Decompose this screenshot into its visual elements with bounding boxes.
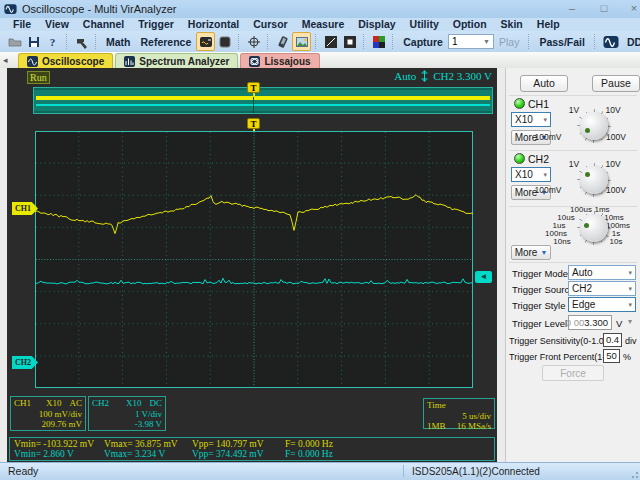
menu-trigger[interactable]: Trigger	[131, 18, 181, 31]
trigger-level-marker[interactable]: ◄	[475, 271, 492, 283]
trigger-style-select[interactable]: Edge▾	[568, 297, 636, 312]
timebase-knob[interactable]	[577, 211, 611, 245]
menu-horizontal[interactable]: Horizontal	[181, 18, 246, 31]
menu-display[interactable]: Display	[351, 18, 402, 31]
auto-button[interactable]: Auto	[520, 75, 568, 92]
overview-ch2-trace	[36, 104, 490, 106]
trigger-sensitivity-label: Trigger Sensitivity(0-1.0)	[509, 336, 607, 346]
close-button[interactable]: ×	[620, 0, 640, 17]
ch2-measurements-row: Vmin= 2.860 V Vmax= 3.234 V Vpp= 374.492…	[10, 449, 494, 460]
resize-grip[interactable]	[630, 470, 638, 478]
dds-wave-icon	[603, 35, 619, 49]
menu-channel[interactable]: Channel	[76, 18, 131, 31]
waveform-overview-strip[interactable]	[33, 87, 493, 114]
divider	[509, 262, 637, 263]
ch1-gain-knob[interactable]	[577, 109, 611, 143]
toolbar-separator	[528, 34, 530, 49]
trigger-source-select[interactable]: CH2▾	[568, 281, 636, 296]
trigger-mode-select[interactable]: Auto▾	[568, 265, 636, 280]
dds-button[interactable]	[600, 32, 622, 51]
tool-button[interactable]	[72, 32, 91, 51]
ch1-offset: 209.76 mV	[14, 419, 82, 430]
statusbar: Ready ISDS205A(1.1)(2)Connected	[0, 462, 640, 480]
crosshair-button[interactable]	[244, 32, 263, 51]
math-button[interactable]: Math	[101, 36, 136, 48]
lissajous-tab-icon	[249, 56, 260, 67]
tab-lissajous[interactable]: Lissajous	[240, 53, 319, 68]
reference-button[interactable]: Reference	[136, 36, 197, 48]
ch2-probe-value: X10	[515, 169, 533, 180]
capture-count-select[interactable]: 1▼	[448, 34, 494, 49]
ch1-probe-value: X10	[515, 114, 533, 125]
tab-oscilloscope[interactable]: Oscilloscope	[18, 53, 113, 68]
menu-file[interactable]: File	[6, 18, 38, 31]
ch2-knob-label-10v: 10V	[605, 159, 620, 169]
open-button[interactable]	[5, 32, 24, 51]
math-panel-button[interactable]	[196, 32, 215, 51]
timebase-more-button[interactable]: More▼	[511, 245, 551, 260]
display-panel-icon	[218, 35, 232, 49]
save-button[interactable]	[24, 32, 43, 51]
crosshair-icon	[247, 35, 261, 49]
oscilloscope-tab-icon	[27, 56, 38, 67]
ch1-probe-select[interactable]: X10▾	[511, 112, 551, 127]
chevron-down-icon[interactable]: ▾	[628, 317, 632, 326]
knob-indicator	[585, 128, 590, 133]
toolbar-separator	[315, 34, 317, 49]
display-panel-button[interactable]	[215, 32, 234, 51]
toolbar-separator	[95, 34, 97, 49]
trigger-time-marker-overview[interactable]: T	[247, 82, 260, 93]
time-info-box: Time 5 us/div 1MB16 MSa/s	[423, 398, 495, 429]
ch1-label: CH1	[528, 98, 549, 110]
color-grid-button[interactable]	[369, 32, 388, 51]
ch2-label: CH2	[528, 153, 549, 165]
pause-button[interactable]: Pause	[592, 75, 640, 92]
menu-option[interactable]: Option	[446, 18, 494, 31]
menu-help[interactable]: Help	[530, 18, 567, 31]
scroll-strip[interactable]	[497, 68, 505, 463]
trigger-level-label: Trigger Level	[512, 318, 567, 329]
menu-utility[interactable]: Utility	[403, 18, 446, 31]
color-grid-icon	[372, 35, 386, 49]
trigger-front-input[interactable]: 50	[603, 349, 620, 363]
trigger-mode-label: Trigger Mode	[512, 268, 568, 279]
titlebar: Oscilloscope - Multi VirAnalyzer – □ ×	[0, 0, 640, 18]
menu-skin[interactable]: Skin	[494, 18, 530, 31]
ch1-probe: X10	[46, 398, 62, 409]
ch1-enable-led[interactable]	[514, 98, 525, 109]
tab-scroll-left-icon[interactable]: ◂	[3, 55, 8, 65]
chevron-down-icon: ▾	[543, 171, 547, 179]
pass-fail-button[interactable]: Pass/Fail	[534, 36, 590, 48]
tab-label: Lissajous	[264, 56, 310, 67]
ch2-gain-knob[interactable]	[577, 163, 611, 197]
tab-spectrum-analyzer[interactable]: Spectrum Analyzer	[115, 53, 238, 68]
capture-label: Capture	[398, 36, 448, 48]
toolbar-separator	[594, 34, 596, 49]
capture-count-value: 1	[452, 36, 458, 47]
probe-button[interactable]	[273, 32, 292, 51]
app-window: Oscilloscope - Multi VirAnalyzer – □ × F…	[0, 0, 640, 480]
maximize-button[interactable]: □	[590, 0, 618, 17]
menu-view[interactable]: View	[38, 18, 76, 31]
math-panel-icon	[199, 35, 213, 49]
persistence-button[interactable]	[340, 32, 359, 51]
trigger-time-marker-main[interactable]: T	[247, 118, 260, 129]
play-button[interactable]: Play	[494, 36, 524, 48]
force-button[interactable]: Force	[542, 365, 604, 381]
trigger-level-input[interactable]: 0 003.300	[568, 315, 612, 330]
ch2-info-box: CH2X10DC 1 V/div -3.98 V	[88, 396, 166, 431]
help-button[interactable]: ?	[43, 32, 62, 51]
ch2-enable-led[interactable]	[514, 153, 525, 164]
trigger-sensitivity-input[interactable]: 0.4	[603, 333, 622, 347]
snapshot-button[interactable]	[292, 32, 311, 51]
trigger-status-readout: Auto CH2 3.300 V	[394, 70, 492, 82]
menu-cursor[interactable]: Cursor	[246, 18, 294, 31]
ch2-probe-select[interactable]: X10▾	[511, 167, 551, 182]
snapshot-icon	[295, 35, 309, 49]
cursor-line-button[interactable]	[321, 32, 340, 51]
minimize-button[interactable]: –	[558, 0, 586, 17]
menu-measure[interactable]: Measure	[295, 18, 352, 31]
ch2-probe: X10	[126, 398, 142, 409]
chevron-down-icon: ▼	[540, 249, 547, 256]
dds-label[interactable]: DDS	[622, 36, 640, 48]
